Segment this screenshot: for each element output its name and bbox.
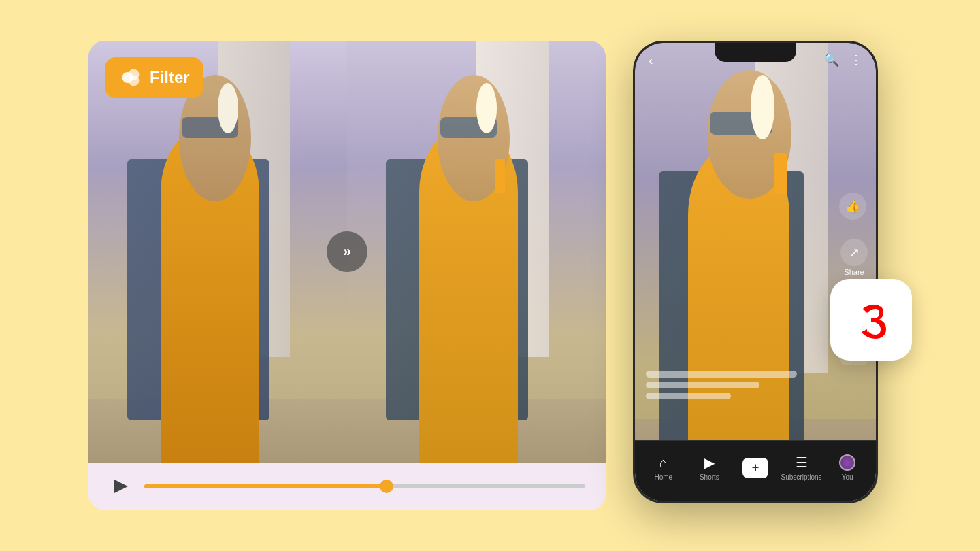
phone-text-overlay [646,371,835,399]
you-label: You [842,473,853,481]
play-icon [114,480,128,493]
nav-item-shorts[interactable]: ▶ Shorts [687,454,733,481]
phone-back-button[interactable]: ‹ [649,52,653,68]
phone-top-icons: 🔍 ⋮ [824,52,862,67]
play-button[interactable] [109,474,133,499]
shorts-nav-icon: ▶ [704,454,715,471]
home-icon: ⌂ [659,455,668,471]
share-icon: ↗ [840,239,868,266]
phone-screen: ‹ 🔍 ⋮ 👍 ↗ Share ↻ [635,43,876,501]
shorts-logo-svg [844,293,898,347]
phone-search-icon[interactable]: 🔍 [824,52,839,67]
add-icon: + [752,461,760,475]
earring-right [495,159,505,193]
svg-marker-3 [867,321,877,332]
youtube-shorts-logo [830,279,912,361]
video-panels: » [88,41,606,463]
phone-earring [774,153,787,195]
video-panel-after [347,41,606,463]
nav-item-you[interactable]: You [824,454,870,481]
home-label: Home [654,473,672,481]
phone-flower [751,75,774,139]
shorts-logo-inner [844,293,898,347]
phone-bottom-nav: ⌂ Home ▶ Shorts + ☰ Subscriptions [635,440,876,501]
video-panel-before [88,41,347,463]
arrow-icon: » [343,243,351,261]
forward-arrow-button[interactable]: » [327,231,368,272]
controls-bar [88,463,606,510]
nav-item-add[interactable]: + [732,458,779,478]
filter-icon [118,65,143,90]
main-container: Filter [48,31,932,520]
editor-card: Filter [88,41,606,510]
text-line-3 [646,393,731,399]
subscriptions-icon: ☰ [796,454,808,471]
timeline-thumb[interactable] [380,480,393,493]
subscriptions-label: Subscriptions [781,473,822,481]
timeline-progress [144,484,387,488]
nav-item-subscriptions[interactable]: ☰ Subscriptions [779,454,825,481]
like-button[interactable]: 👍 [839,193,866,220]
avatar [839,454,855,471]
phone-video-area [635,43,876,501]
phone-notch [715,43,796,62]
video-content-right [347,41,606,463]
phone-frame: ‹ 🔍 ⋮ 👍 ↗ Share ↻ [633,41,878,503]
nav-item-home[interactable]: ⌂ Home [640,455,687,481]
phone-container: ‹ 🔍 ⋮ 👍 ↗ Share ↻ [633,41,892,510]
share-button[interactable]: ↗ Share [840,239,868,276]
svg-point-2 [128,75,139,86]
phone-more-icon[interactable]: ⋮ [850,52,862,67]
timeline-track[interactable] [144,484,585,488]
filter-label: Filter [150,68,190,87]
filter-badge[interactable]: Filter [105,57,203,98]
text-line-1 [646,371,797,378]
add-button[interactable]: + [742,458,768,478]
shorts-label: Shorts [700,473,719,481]
video-content-left [88,41,347,463]
share-label: Share [844,268,864,276]
text-line-2 [646,382,760,388]
